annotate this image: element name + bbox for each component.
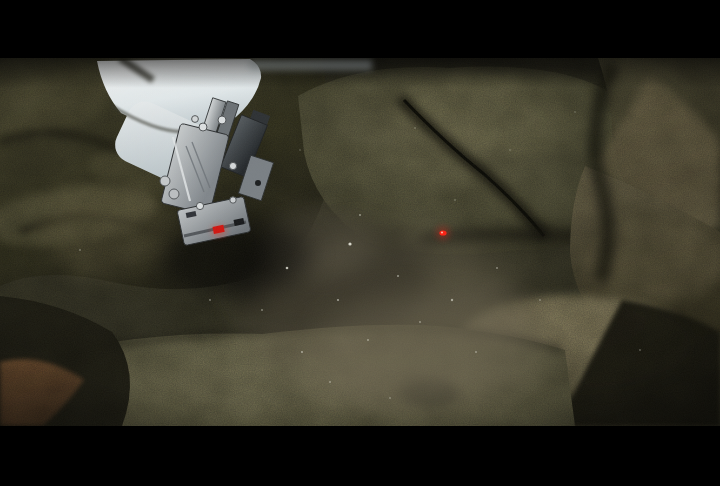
seafloor-scene: [0, 0, 720, 486]
rov-video-frame: [0, 0, 720, 486]
letterbox-bar-bottom: [0, 426, 720, 486]
photo-area: [0, 55, 720, 426]
letterbox-bar-top: [0, 0, 720, 58]
vignette: [0, 58, 720, 426]
